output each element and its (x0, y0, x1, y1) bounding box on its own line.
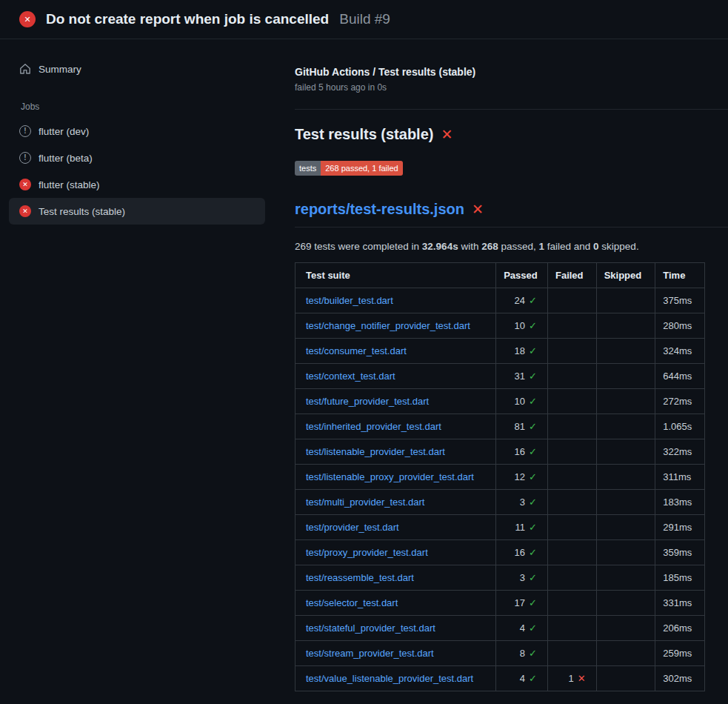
sidebar-job-item[interactable]: ! flutter (beta) (9, 145, 265, 171)
section-title-text: Test results (stable) (295, 126, 433, 143)
passed-count: 11 (515, 522, 526, 533)
table-header-row: Test suite Passed Failed Skipped Time (295, 263, 705, 288)
table-row: test/stream_provider_test.dart 8✓ 259ms (295, 641, 705, 666)
test-suite-link[interactable]: test/future_provider_test.dart (306, 396, 429, 407)
build-failed-icon: ✕ (19, 11, 36, 27)
summary-label: Summary (39, 64, 81, 75)
summary-line: 269 tests were completed in 32.964s with… (295, 241, 705, 252)
badge-value: 268 passed, 1 failed (321, 161, 402, 176)
table-row: test/value_listenable_provider_test.dart… (295, 666, 705, 691)
job-label: flutter (stable) (39, 179, 100, 190)
passed-count: 17 (515, 597, 525, 608)
neutral-status-icon: ! (19, 125, 31, 137)
test-suite-link[interactable]: test/provider_test.dart (306, 522, 399, 533)
test-suite-link[interactable]: test/selector_test.dart (306, 597, 398, 608)
col-test-suite: Test suite (295, 263, 496, 288)
test-suite-link[interactable]: test/proxy_provider_test.dart (306, 547, 428, 558)
passed-count: 24 (515, 295, 525, 306)
results-tbody: test/builder_test.dart 24✓ 375ms test/ch… (295, 288, 705, 691)
sidebar-job-item[interactable]: ✕ flutter (stable) (9, 171, 265, 198)
check-icon: ✓ (529, 648, 537, 659)
test-suite-link[interactable]: test/builder_test.dart (306, 295, 393, 306)
table-row: test/proxy_provider_test.dart 16✓ 359ms (295, 540, 705, 565)
test-suite-link[interactable]: test/inherited_provider_test.dart (306, 421, 441, 432)
passed-count: 3 (520, 497, 525, 508)
summary-text: skipped. (599, 241, 639, 252)
summary-skipped-count: 0 (593, 241, 599, 252)
time-value: 1.065s (655, 414, 705, 439)
passed-count: 16 (515, 446, 525, 457)
passed-count: 3 (520, 572, 525, 583)
table-row: test/future_provider_test.dart 10✓ 272ms (295, 389, 705, 414)
summary-text: failed and (544, 241, 593, 252)
test-suite-link[interactable]: test/stream_provider_test.dart (306, 648, 434, 659)
sidebar-job-item[interactable]: ! flutter (dev) (9, 118, 265, 145)
check-icon: ✓ (529, 522, 537, 533)
time-value: 272ms (655, 389, 705, 414)
time-value: 331ms (655, 591, 705, 616)
badge-row: tests 268 passed, 1 failed (295, 161, 705, 176)
test-suite-link[interactable]: test/context_test.dart (306, 371, 395, 382)
x-icon: ✕ (578, 673, 586, 684)
test-suite-link[interactable]: test/listenable_proxy_provider_test.dart (306, 471, 474, 482)
table-row: test/context_test.dart 31✓ 644ms (295, 364, 705, 389)
summary-passed-count: 268 (481, 241, 498, 252)
test-suite-link[interactable]: test/multi_provider_test.dart (306, 497, 424, 508)
check-icon: ✓ (529, 572, 537, 583)
tests-badge: tests 268 passed, 1 failed (295, 161, 403, 176)
neutral-status-icon: ! (19, 152, 31, 164)
page-header: ✕ Do not create report when job is cance… (0, 0, 728, 39)
check-icon: ✓ (529, 471, 537, 482)
jobs-list: ! flutter (dev) ! flutter (beta) ✕ flutt… (9, 118, 265, 225)
test-suite-link[interactable]: test/listenable_provider_test.dart (306, 446, 445, 457)
test-suite-link[interactable]: test/value_listenable_provider_test.dart (306, 673, 473, 684)
test-suite-link[interactable]: test/stateful_provider_test.dart (306, 622, 435, 634)
report-title: reports/test-results.json ✕ (295, 201, 728, 228)
col-skipped: Skipped (596, 263, 655, 288)
failed-status-icon: ✕ (19, 179, 31, 190)
run-status-line: failed 5 hours ago in 0s (295, 82, 705, 93)
sidebar-item-summary[interactable]: Summary (9, 56, 265, 82)
check-icon: ✓ (529, 396, 537, 407)
time-value: 359ms (655, 540, 705, 565)
job-label: Test results (stable) (39, 206, 125, 217)
page-title: Do not create report when job is cancell… (46, 11, 329, 27)
time-value: 280ms (655, 313, 705, 339)
passed-count: 12 (515, 471, 525, 482)
passed-count: 81 (515, 421, 525, 432)
time-value: 322ms (655, 439, 705, 465)
table-row: test/reassemble_test.dart 3✓ 185ms (295, 565, 705, 591)
badge-label: tests (295, 161, 321, 176)
table-row: test/change_notifier_provider_test.dart … (295, 313, 705, 339)
main-content: GitHub Actions / Test results (stable) f… (274, 39, 728, 704)
check-icon: ✓ (529, 497, 537, 508)
passed-count: 4 (520, 673, 525, 684)
test-suite-link[interactable]: test/change_notifier_provider_test.dart (306, 320, 470, 331)
summary-text: 269 tests were completed in (295, 241, 422, 252)
table-row: test/consumer_test.dart 18✓ 324ms (295, 339, 705, 364)
test-suite-link[interactable]: test/consumer_test.dart (306, 345, 407, 356)
passed-count: 4 (520, 622, 525, 634)
check-icon: ✓ (529, 622, 537, 634)
jobs-section-label: Jobs (21, 102, 265, 112)
col-passed: Passed (496, 263, 548, 288)
check-icon: ✓ (529, 547, 537, 558)
table-row: test/builder_test.dart 24✓ 375ms (295, 288, 705, 313)
section-divider (295, 109, 728, 110)
passed-count: 10 (515, 320, 525, 331)
test-suite-link[interactable]: test/reassemble_test.dart (306, 572, 414, 583)
time-value: 185ms (655, 565, 705, 591)
time-value: 644ms (655, 364, 705, 389)
table-row: test/inherited_provider_test.dart 81✓ 1.… (295, 414, 705, 439)
check-icon: ✓ (529, 421, 537, 432)
col-time: Time (655, 263, 705, 288)
check-icon: ✓ (529, 371, 537, 382)
table-row: test/provider_test.dart 11✓ 291ms (295, 515, 705, 540)
passed-count: 16 (515, 547, 525, 558)
failed-count: 1 (569, 673, 574, 684)
sidebar-job-item[interactable]: ✕ Test results (stable) (9, 198, 265, 225)
passed-count: 31 (515, 371, 525, 382)
sidebar: Summary Jobs ! flutter (dev) ! flutter (… (0, 39, 274, 225)
report-link[interactable]: reports/test-results.json (295, 201, 464, 218)
failed-status-icon: ✕ (19, 205, 31, 217)
